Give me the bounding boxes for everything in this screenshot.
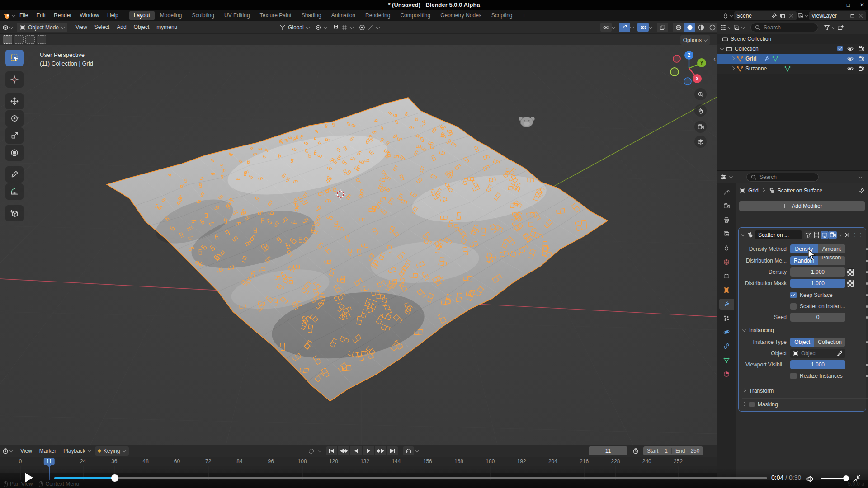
distribution-method-segmented[interactable]: Random Poisson ... — [790, 256, 845, 265]
loop-chevron-icon[interactable] — [415, 449, 419, 452]
modifier-close-icon[interactable] — [844, 232, 850, 238]
xray-toggle[interactable] — [657, 23, 668, 32]
tool-move[interactable] — [5, 93, 24, 109]
window-maximize-button[interactable]: □ — [847, 2, 850, 8]
viewport-3d[interactable]: User Perspective (11) Collection | Grid … — [0, 45, 717, 445]
viewport-menu-object[interactable]: Object — [130, 23, 153, 32]
collection-option[interactable]: Collection — [814, 338, 845, 347]
density-method-segmented[interactable]: Density Amount — [790, 244, 845, 253]
animate-dot[interactable] — [866, 294, 868, 296]
scene-selector-chevron-icon[interactable] — [730, 13, 733, 17]
modifier-cage-toggle[interactable] — [812, 231, 821, 239]
window-minimize-button[interactable]: – — [834, 2, 837, 8]
distribution-mask-slider[interactable]: 1.000 — [790, 279, 845, 288]
animate-dot[interactable] — [866, 364, 868, 366]
filter-funnel-icon[interactable] — [824, 24, 830, 31]
editor-type-chevron-icon[interactable] — [9, 25, 13, 28]
topbar-menu-window[interactable]: Window — [75, 10, 103, 21]
shading-material-button[interactable] — [695, 23, 707, 32]
tool-select-box[interactable] — [5, 50, 24, 66]
modifier-edit-mode-toggle[interactable] — [804, 231, 812, 239]
display-mode-chevron-icon[interactable] — [728, 25, 731, 29]
tool-cursor[interactable] — [5, 71, 24, 88]
sidebar-collapse-arrow[interactable]: ‹ — [713, 55, 716, 62]
workspace-tab-rendering[interactable]: Rendering — [361, 11, 395, 20]
keep-surface-checkbox[interactable] — [790, 292, 797, 298]
mask-texture-button[interactable] — [847, 280, 854, 287]
select-mode-new[interactable] — [3, 35, 12, 44]
overlays-chevron-icon[interactable] — [649, 25, 652, 28]
editor-type-icon[interactable] — [2, 448, 9, 454]
outliner-row-scene-collection[interactable]: Scene Collection — [717, 34, 868, 44]
disable-render-icon[interactable] — [858, 56, 864, 62]
viewport-pan-button[interactable] — [694, 104, 707, 117]
realize-instances-checkbox[interactable] — [790, 373, 797, 379]
tool-annotate[interactable] — [5, 166, 24, 183]
hide-viewport-icon[interactable] — [847, 46, 854, 52]
record-button[interactable] — [306, 446, 317, 455]
viewport-visibility-slider[interactable]: 1.000 — [790, 360, 845, 369]
playhead-badge[interactable]: 11 — [43, 458, 54, 465]
tool-rotate[interactable] — [5, 110, 24, 127]
transport-play-reverse-button[interactable] — [350, 446, 362, 455]
funnel-chevron-icon[interactable] — [832, 25, 835, 29]
select-mode-extend[interactable] — [14, 35, 24, 44]
scene-selector-icon[interactable] — [722, 13, 729, 19]
keying-dropdown[interactable]: Keying — [95, 446, 129, 456]
options-button[interactable]: Options — [680, 35, 710, 45]
display-mode-icon[interactable] — [720, 24, 726, 31]
pin-icon[interactable] — [859, 188, 865, 194]
object-option[interactable]: Object — [790, 338, 814, 347]
new-viewlayer-icon[interactable] — [849, 13, 855, 19]
breadcrumb-object[interactable]: Grid — [748, 188, 759, 194]
properties-search-input[interactable]: Search — [746, 173, 819, 182]
properties-tab-object-data[interactable] — [719, 355, 734, 366]
viewport-menu-add[interactable]: Add — [113, 23, 130, 32]
panel-collapse-chevron-icon[interactable] — [741, 233, 745, 236]
timeline-menu-view[interactable]: View — [17, 446, 36, 456]
modifier-badge-icon[interactable] — [764, 56, 770, 62]
viewport-menu-view[interactable]: View — [72, 23, 91, 32]
disable-render-icon[interactable] — [858, 66, 864, 72]
properties-tab-constraints[interactable] — [719, 341, 734, 352]
workspace-tab-texture-paint[interactable]: Texture Paint — [255, 11, 296, 20]
properties-tab-world[interactable] — [719, 257, 734, 267]
disable-render-icon[interactable] — [858, 46, 864, 52]
animate-dot[interactable] — [866, 375, 868, 377]
shading-solid-button[interactable] — [684, 23, 695, 32]
animate-dot[interactable] — [866, 305, 868, 308]
start-frame-field[interactable]: Start1 — [643, 448, 672, 454]
shading-wireframe-button[interactable] — [673, 23, 684, 32]
tool-scale[interactable] — [5, 127, 24, 144]
playback-dropdown[interactable]: Playback — [61, 446, 94, 456]
delete-viewlayer-icon[interactable] — [858, 13, 864, 19]
gizmo-chevron-icon[interactable] — [630, 25, 634, 28]
object-visibility-dropdown[interactable] — [600, 23, 612, 32]
animate-dot[interactable] — [866, 248, 868, 250]
object-picker-field[interactable]: Object — [790, 349, 845, 358]
show-overlays-toggle[interactable] — [637, 23, 649, 32]
new-scene-icon[interactable] — [779, 13, 786, 19]
pivot-point-dropdown[interactable] — [312, 23, 330, 32]
outliner-row-grid[interactable]: Grid — [717, 54, 868, 64]
add-workspace-button[interactable]: + — [518, 11, 530, 20]
transport-jump-end-button[interactable] — [387, 446, 398, 455]
properties-tab-material[interactable] — [719, 369, 734, 380]
properties-tab-modifiers[interactable] — [719, 299, 734, 310]
use-preview-range-button[interactable] — [630, 446, 641, 456]
select-mode-subtract[interactable] — [25, 35, 35, 44]
exit-fullscreen-icon[interactable] — [853, 474, 861, 483]
animate-dot[interactable] — [866, 282, 868, 285]
transport-key-prev-button[interactable] — [338, 446, 349, 455]
mode-dropdown[interactable]: Object Mode — [17, 23, 67, 32]
density-option[interactable]: Density — [790, 244, 818, 253]
collection-exclude-checkbox[interactable] — [837, 46, 843, 51]
loop-button[interactable] — [403, 446, 414, 455]
viewport-menu-select[interactable]: Select — [91, 23, 113, 32]
topbar-menu-edit[interactable]: Edit — [32, 10, 50, 21]
viewport-menu-mymenu[interactable]: mymenu — [153, 23, 181, 32]
topbar-menu-render[interactable]: Render — [50, 10, 75, 21]
properties-tab-output[interactable] — [719, 215, 734, 225]
workspace-tab-compositing[interactable]: Compositing — [396, 11, 435, 20]
window-close-button[interactable]: ✕ — [860, 2, 864, 8]
